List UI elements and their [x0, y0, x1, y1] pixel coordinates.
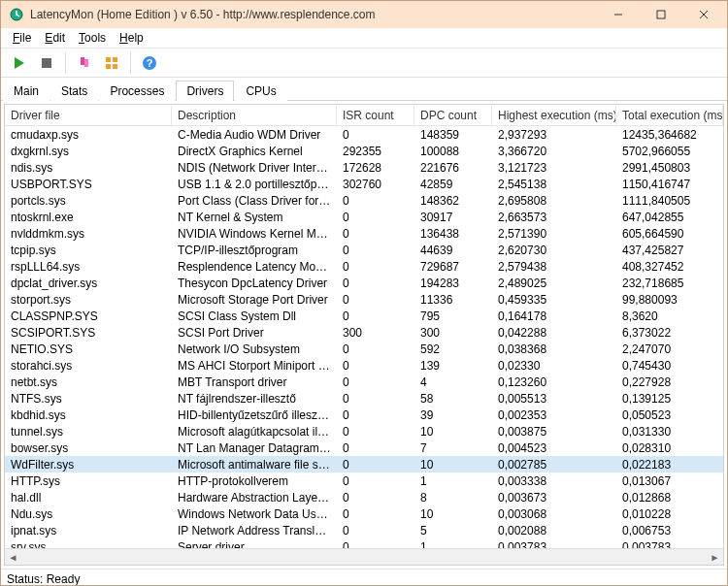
scroll-right-icon[interactable]: ►	[707, 549, 723, 566]
table-row[interactable]: dpclat_driver.sysThesycon DpcLatency Dri…	[5, 275, 723, 291]
cell: 0,745430	[616, 359, 723, 373]
cell: TCP/IP-illesztőprogram	[172, 244, 337, 257]
cell: 10	[414, 458, 492, 472]
col-description[interactable]: Description	[172, 106, 337, 125]
cell: Network I/O Subsystem	[172, 342, 337, 356]
cell: 0	[337, 244, 414, 257]
tab-bar: Main Stats Processes Drivers CPUs	[1, 78, 727, 101]
cell: 437,425827	[616, 244, 723, 257]
tab-cpus[interactable]: CPUs	[235, 81, 286, 101]
cell: 44639	[414, 244, 492, 257]
table-row[interactable]: ntoskrnl.exeNT Kernel & System0309172,66…	[5, 209, 723, 225]
cell: 136438	[414, 227, 492, 241]
table-row[interactable]: kbdhid.sysHID-billentyűzetszűrő illesztő…	[5, 407, 723, 423]
table-row[interactable]: tcpip.sysTCP/IP-illesztőprogram0446392,6…	[5, 242, 723, 258]
scroll-track[interactable]	[21, 549, 707, 566]
table-row[interactable]: cmudaxp.sysC-Media Audio WDM Driver01483…	[5, 126, 723, 143]
cell: 2991,450803	[616, 161, 723, 175]
toolbar-separator	[130, 52, 131, 74]
horizontal-scrollbar[interactable]: ◄ ►	[5, 548, 723, 565]
menu-tools[interactable]: Tools	[72, 29, 113, 47]
cell: 0,003673	[492, 491, 616, 505]
cell: NTFS.sys	[5, 392, 172, 406]
maximize-button[interactable]	[640, 2, 682, 27]
cell: 194283	[414, 277, 492, 290]
table-row[interactable]: ipnat.sysIP Network Address Translator05…	[5, 522, 723, 538]
toolbar-separator	[65, 52, 66, 74]
cell: dpclat_driver.sys	[5, 277, 172, 290]
cell: 172628	[337, 161, 414, 175]
scroll-left-icon[interactable]: ◄	[5, 549, 21, 566]
cell: 0	[337, 277, 414, 290]
cell: 12435,364682	[616, 128, 723, 142]
table-row[interactable]: netbt.sysMBT Transport driver040,1232600…	[5, 374, 723, 390]
cell: 2,695808	[492, 194, 616, 208]
help-button[interactable]: ?	[137, 50, 162, 76]
table-row[interactable]: WdFilter.sysMicrosoft antimalware file s…	[5, 456, 723, 472]
table-row[interactable]: SCSIPORT.SYSSCSI Port Driver3003000,0422…	[5, 324, 723, 341]
tab-main[interactable]: Main	[3, 81, 50, 101]
table-row[interactable]: CLASSPNP.SYSSCSI Class System Dll07950,1…	[5, 308, 723, 324]
window-title: LatencyMon (Home Edition ) v 6.50 - http…	[30, 8, 597, 21]
cell: 0,002088	[492, 524, 616, 537]
cell: 2,247070	[616, 342, 723, 356]
close-button[interactable]	[682, 2, 725, 27]
cell: 2,571390	[492, 227, 616, 241]
col-total-exec[interactable]: Total execution (ms)	[616, 106, 723, 125]
cell: 2,620730	[492, 244, 616, 257]
table-row[interactable]: dxgkrnl.sysDirectX Graphics Kernel292355…	[5, 143, 723, 159]
cell: 0	[337, 128, 414, 142]
table-row[interactable]: storahci.sysMS AHCI Storport Miniport Dr…	[5, 357, 723, 374]
menu-file[interactable]: Filedocument.currentScript.previousEleme…	[6, 29, 38, 47]
table-row[interactable]: rspLLL64.sysResplendence Latency Monitor…	[5, 258, 723, 275]
table-row[interactable]: hal.dllHardware Abstraction Layer DLL080…	[5, 489, 723, 505]
col-dpc-count[interactable]: DPC count	[414, 106, 492, 125]
table-row[interactable]: Ndu.sysWindows Network Data Usage Monit.…	[5, 505, 723, 522]
svg-rect-12	[113, 64, 117, 69]
table-row[interactable]: ndis.sysNDIS (Network Driver Interface S…	[5, 159, 723, 176]
stop-button[interactable]	[34, 50, 59, 76]
table-row[interactable]: NETIO.SYSNetwork I/O Subsystem05920,0383…	[5, 341, 723, 357]
tab-stats[interactable]: Stats	[50, 81, 98, 101]
svg-rect-9	[106, 57, 111, 62]
cell: 0,013067	[616, 474, 723, 488]
table-row[interactable]: storport.sysMicrosoft Storage Port Drive…	[5, 291, 723, 308]
cell: 0,002785	[492, 458, 616, 472]
table-row[interactable]: srv.sysServer driver010,0037830,003783	[5, 538, 723, 548]
cell: USBPORT.SYS	[5, 178, 172, 191]
table-body[interactable]: cmudaxp.sysC-Media Audio WDM Driver01483…	[5, 126, 723, 548]
table-row[interactable]: portcls.sysPort Class (Class Driver for …	[5, 192, 723, 209]
cell: NT fájlrendszer-illesztő	[172, 392, 337, 406]
cell: NVIDIA Windows Kernel Mode Drive...	[172, 227, 337, 241]
svg-rect-11	[106, 64, 111, 69]
table-row[interactable]: USBPORT.SYSUSB 1.1 & 2.0 portillesztőpro…	[5, 176, 723, 192]
cell: 10	[414, 425, 492, 439]
cell: USB 1.1 & 2.0 portillesztőprogram	[172, 178, 337, 191]
cell: Hardware Abstraction Layer DLL	[172, 491, 337, 505]
cell: 2,937293	[492, 128, 616, 142]
table-row[interactable]: NTFS.sysNT fájlrendszer-illesztő0580,005…	[5, 390, 723, 407]
cell: 3,366720	[492, 145, 616, 158]
col-driver-file[interactable]: Driver file	[5, 106, 172, 125]
menu-help[interactable]: Help	[113, 29, 150, 47]
blocks-button[interactable]	[99, 50, 124, 76]
cell: 795	[414, 309, 492, 323]
table-row[interactable]: nvlddmkm.sysNVIDIA Windows Kernel Mode D…	[5, 225, 723, 242]
col-isr-count[interactable]: ISR count	[337, 106, 414, 125]
minimize-button[interactable]	[597, 2, 640, 27]
menu-edit[interactable]: Edit	[38, 29, 72, 47]
cell: 0	[337, 211, 414, 224]
cell: 0,012868	[616, 491, 723, 505]
table-row[interactable]: tunnel.sysMicrosoft alagútkapcsolat ille…	[5, 423, 723, 440]
table-row[interactable]: HTTP.sysHTTP-protokollverem010,0033380,0…	[5, 472, 723, 489]
play-button[interactable]	[7, 50, 32, 76]
cell: 2,663573	[492, 211, 616, 224]
pin-button[interactable]	[72, 50, 97, 76]
tab-processes[interactable]: Processes	[99, 81, 175, 101]
tab-drivers[interactable]: Drivers	[176, 81, 234, 101]
cell: 300	[414, 326, 492, 340]
cell: 8	[414, 491, 492, 505]
col-highest-exec[interactable]: Highest execution (ms)	[492, 106, 616, 125]
cell: 30917	[414, 211, 492, 224]
table-row[interactable]: bowser.sysNT Lan Manager Datagram Receiv…	[5, 440, 723, 456]
